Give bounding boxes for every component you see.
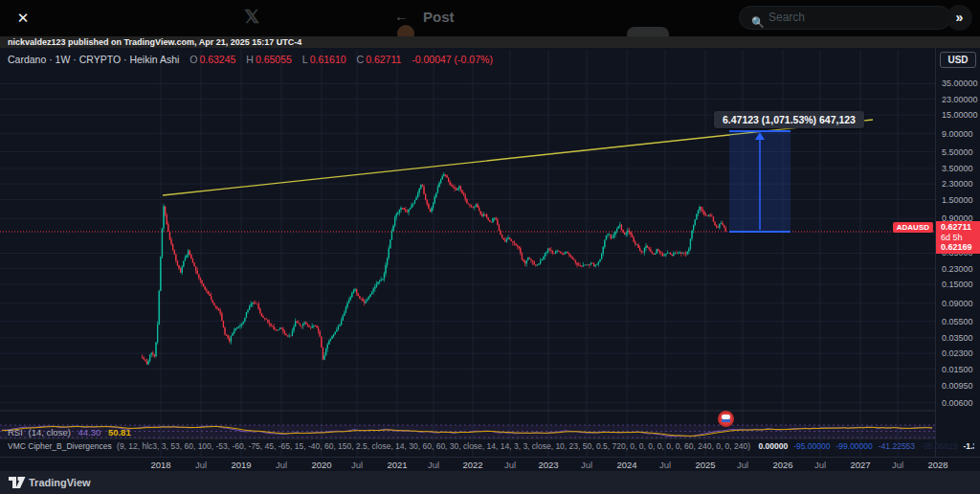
time-axis-label: Jul — [581, 460, 592, 470]
time-axis-label: 2019 — [231, 460, 251, 470]
rsi-pane — [0, 425, 935, 438]
time-axis-label: 2026 — [772, 460, 792, 470]
close-value: 0.62711 — [366, 54, 401, 65]
next-media-button[interactable]: » — [947, 5, 972, 31]
x-top-bar: ✕ 𝕏 ← Post 🔍 Search » — [0, 0, 980, 36]
rsi-value: 44.30 — [78, 427, 100, 438]
time-axis-label: Jul — [659, 460, 671, 470]
search-placeholder: Search — [768, 11, 805, 24]
time-axis[interactable]: 2018Jul2019Jul2020Jul2021Jul2022Jul2023J… — [0, 457, 980, 471]
time-axis-label: 2020 — [311, 460, 331, 470]
vmc-value: -41.22553 — [879, 441, 915, 451]
price-axis-label: 0.23000 — [942, 264, 973, 274]
follow-button-dimmed[interactable] — [627, 27, 669, 36]
search-icon: 🔍 — [751, 11, 765, 34]
measure-tool-label: 6.47123 (1,071.53%) 647,123 — [714, 111, 864, 128]
price-axis-label: 0.00600 — [942, 398, 973, 408]
price-axis-label: 23.00000 — [942, 95, 978, 104]
symbol-price-tag: ADAUSD — [893, 222, 933, 233]
price-axis-label: 0.00950 — [942, 381, 973, 391]
high-value: 0.65055 — [256, 54, 292, 65]
low-label: L — [302, 54, 308, 65]
vmc-value: 0.00000 — [758, 441, 788, 451]
vmc-value: -95.00000 — [793, 441, 830, 451]
time-axis-label: Jul — [276, 460, 287, 470]
tradingview-chart: Cardano · 1W · CRYPTO · Heikin Ashi O0.6… — [0, 48, 980, 457]
footer-bar: TradingView — [0, 471, 980, 494]
price-axis-label: 0.05500 — [942, 317, 973, 326]
x-logo-icon[interactable]: 𝕏 — [244, 5, 259, 28]
search-input[interactable]: 🔍 Search — [739, 6, 951, 30]
price-axis-label: 2.30000 — [942, 179, 973, 189]
tradingview-attribution: nickvaldez123 published on TradingView.c… — [0, 36, 980, 48]
vmc-value: -99.00000 — [835, 441, 872, 451]
price-axis-label: 5.50000 — [942, 147, 973, 157]
page-title: Post — [423, 9, 455, 25]
price-axis-label: 15.00000 — [942, 110, 978, 120]
vmc-status-line[interactable]: VMC Cipher_B_Divergences (9, 12, hlc3, 3… — [8, 441, 974, 451]
vmc-value: -95.06619 — [921, 441, 957, 451]
flag-emoji-icon — [718, 411, 734, 427]
time-axis-label: 2024 — [616, 460, 636, 470]
measure-tool[interactable] — [729, 131, 791, 232]
low-value: 0.61610 — [310, 54, 346, 65]
back-arrow-icon[interactable]: ← — [394, 8, 409, 24]
close-label: C — [357, 54, 365, 65]
price-axis-label: 3.50000 — [942, 164, 973, 173]
time-axis-label: 2022 — [462, 460, 482, 470]
rsi-ma-value: 50.81 — [108, 427, 131, 438]
time-axis-label: Jul — [814, 460, 826, 470]
bar-countdown: 6d 5h — [941, 233, 980, 243]
time-axis-label: 2028 — [927, 460, 947, 470]
rsi-title: RSI — [8, 427, 23, 438]
rsi-params: (14, close) — [28, 427, 70, 438]
time-axis-label: 2018 — [150, 460, 170, 470]
high-label: H — [246, 54, 254, 65]
change-value: -0.00047 (-0.07%) — [412, 54, 493, 65]
time-axis-label: 2023 — [538, 460, 558, 470]
price-axis-label: 0.02300 — [942, 348, 973, 358]
secondary-price-value: 0.62169 — [941, 242, 980, 253]
time-axis-label: Jul — [737, 460, 748, 470]
price-axis-label: 0.09000 — [942, 299, 973, 308]
currency-toggle-button[interactable]: USD — [940, 52, 976, 68]
price-axis-label: 35.00000 — [942, 79, 978, 88]
chart-legend[interactable]: Cardano · 1W · CRYPTO · Heikin Ashi O0.6… — [8, 54, 495, 65]
tradingview-logo-text: TradingView — [29, 477, 91, 488]
last-price-value: 0.62711 — [941, 222, 980, 233]
time-axis-label: Jul — [504, 460, 516, 470]
price-axis-label: 0.15000 — [942, 280, 973, 289]
price-axis-label: 1.50000 — [942, 195, 973, 205]
vmc-title: VMC Cipher_B_Divergences — [8, 441, 112, 451]
time-axis-label: Jul — [351, 460, 363, 470]
rsi-status-line[interactable]: RSI (14, close) 44.30 50.81 — [8, 427, 131, 438]
time-axis-label: Jul — [195, 460, 207, 470]
open-label: O — [189, 54, 197, 65]
screenshot-root: ✕ 𝕏 ← Post 🔍 Search » nickvaldez123 publ… — [0, 0, 980, 494]
symbol-description: Cardano · 1W · CRYPTO · Heikin Ashi — [8, 54, 179, 65]
time-axis-label: 2021 — [387, 460, 407, 470]
time-axis-label: Jul — [428, 460, 439, 470]
time-axis-label: Jul — [892, 460, 903, 470]
price-axis-label: 0.01500 — [942, 365, 973, 374]
tradingview-logo-icon — [9, 477, 26, 489]
time-axis-label: 2027 — [850, 460, 870, 470]
vmc-params: (9, 12, hlc3, 3, 53, 60, 100, -53, -60, … — [117, 441, 750, 451]
chart-canvas[interactable] — [0, 48, 980, 457]
open-value: 0.63245 — [199, 54, 235, 65]
last-price-label: 0.62711 6d 5h 0.62169 — [936, 221, 980, 254]
vmc-value: -1.38318 — [963, 441, 974, 451]
time-axis-label: 2025 — [695, 460, 715, 470]
price-axis-label: 0.03500 — [942, 333, 973, 343]
price-axis[interactable]: USD 35.0000023.0000015.000009.000005.500… — [935, 48, 980, 457]
close-icon[interactable]: ✕ — [11, 7, 34, 30]
avatar — [397, 25, 414, 36]
price-axis-label: 9.00000 — [942, 129, 973, 139]
